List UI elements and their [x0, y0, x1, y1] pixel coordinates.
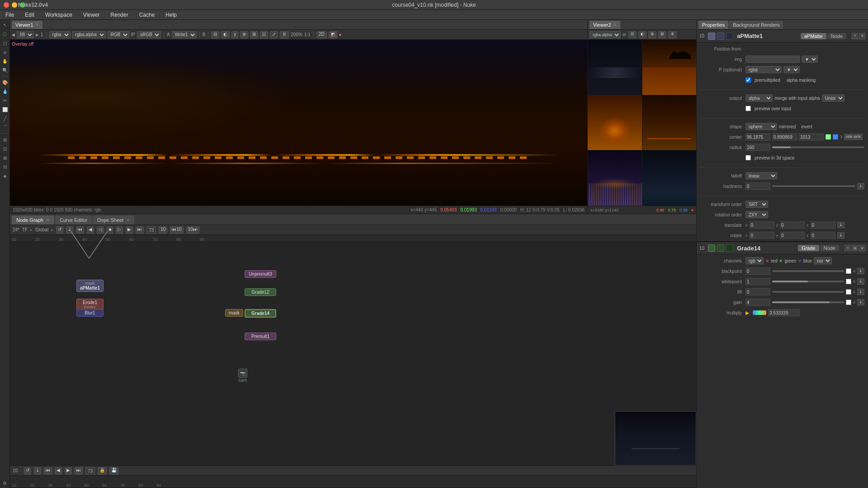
prop-close-btn[interactable]: ✕	[859, 33, 865, 39]
menu-file[interactable]: File	[4, 12, 16, 18]
hardness-slider[interactable]	[772, 185, 855, 187]
v1-rgba-alpha-select[interactable]: rgba.alpha	[72, 31, 106, 38]
tool-crop[interactable]: ⊡	[1, 145, 9, 153]
center-use-axis[interactable]: use axis	[844, 134, 863, 140]
v2-btn3[interactable]: ⊕	[648, 31, 656, 38]
node-mask2[interactable]: mask	[225, 309, 243, 317]
viewer1-close[interactable]: ✕	[35, 23, 39, 27]
menu-help[interactable]: Help	[164, 12, 179, 18]
preview3d-check[interactable]	[745, 155, 751, 160]
menu-cache[interactable]: Cache	[137, 12, 157, 18]
tool-tracks[interactable]: ◈	[1, 172, 9, 180]
rotate-y[interactable]	[780, 232, 805, 239]
tool-transform[interactable]: ⊞	[1, 136, 9, 144]
rotate-reset[interactable]: ⤓	[837, 232, 844, 239]
v1-overlay-btn[interactable]: ◩	[329, 31, 337, 38]
rotate-z[interactable]	[811, 232, 835, 239]
node-canvas[interactable]: mask aPMatte1 Erode1 Erode1 Blur1	[10, 242, 696, 460]
img-input[interactable]	[745, 56, 800, 63]
preview-check[interactable]	[745, 106, 751, 111]
premultiplied-check[interactable]	[745, 77, 751, 83]
hardness-reset[interactable]: ⤓	[857, 183, 864, 189]
tool-arrow[interactable]: ↖	[1, 21, 9, 29]
v1-fullscreen-btn[interactable]: ⤢	[270, 31, 278, 38]
v1-channel-select[interactable]: f/8	[17, 31, 34, 38]
prop-tab-apmatte[interactable]: aPMatte	[801, 33, 826, 39]
gain-reset[interactable]: ⤓	[857, 299, 864, 305]
node-apmatte1[interactable]: mask aPMatte1	[76, 280, 104, 292]
v2-thumb-6[interactable]	[642, 150, 697, 206]
grade14-help-btn[interactable]: ?	[844, 245, 851, 251]
tool-line[interactable]: ╱	[1, 114, 9, 122]
wp-reset[interactable]: ⤓	[857, 278, 864, 285]
node-premult1[interactable]: Premult1	[245, 333, 276, 340]
menu-workspace[interactable]: Workspace	[43, 12, 74, 18]
v2-btn2[interactable]: ◐	[638, 31, 646, 38]
v2-thumb-4[interactable]	[642, 95, 697, 150]
grade14-tab-node[interactable]: Node	[820, 245, 839, 251]
shape-select[interactable]: sphere	[745, 123, 777, 130]
translate-reset[interactable]: ⤓	[837, 222, 844, 228]
grade14-close-btn[interactable]: ✕	[859, 245, 865, 251]
v2-thumb-1[interactable]	[588, 40, 642, 95]
node-unpremult3[interactable]: Unpremult3	[245, 270, 276, 278]
tool-zoom-in[interactable]: 🔍	[1, 66, 9, 74]
v2-thumb-2[interactable]	[642, 40, 697, 95]
merge-select[interactable]: Union	[822, 94, 844, 102]
tl-prev10[interactable]: ⏮10	[170, 226, 183, 234]
tool-eyedrop[interactable]: 💧	[1, 87, 9, 95]
v2-tl-play[interactable]: ▶	[65, 467, 72, 474]
tool-node[interactable]: ⬡	[1, 30, 9, 38]
tab-curve-editor[interactable]: Curve Editor	[55, 216, 92, 225]
bp-reset[interactable]: ⤓	[857, 268, 864, 274]
node-icon-box[interactable]	[717, 33, 724, 40]
tool-connect[interactable]: ⌀	[1, 48, 9, 56]
v1-channels-btn[interactable]: ⊕	[240, 31, 248, 38]
menu-render[interactable]: Render	[108, 12, 130, 18]
v1-wipe-btn[interactable]: ⊟	[211, 31, 219, 38]
prop-help-btn[interactable]: ?	[852, 33, 858, 39]
channels-select[interactable]: rgb	[745, 257, 764, 264]
p-select[interactable]: rgba	[745, 66, 782, 73]
menu-edit[interactable]: Edit	[23, 12, 36, 18]
tab-dope-sheet[interactable]: Dope Sheet ✕	[93, 216, 134, 225]
tl-fwd-end[interactable]: ⏭	[136, 226, 144, 234]
v2-thumb-3[interactable]	[588, 95, 642, 150]
node-grade12[interactable]: Grade12	[245, 288, 276, 296]
minimize-button[interactable]	[12, 2, 17, 8]
tool-eraser[interactable]: ⬜	[1, 105, 9, 113]
grade14-color-box[interactable]	[708, 244, 715, 252]
translate-y[interactable]	[780, 221, 805, 229]
node-graph-tab-close[interactable]: ✕	[46, 218, 50, 222]
v2-tl-save[interactable]: 💾	[109, 467, 118, 474]
v1-rgba-select[interactable]: rgba	[49, 31, 71, 38]
v2-tl-start[interactable]: ⏮	[44, 467, 52, 474]
v1-pause-btn[interactable]: ⏸	[280, 31, 289, 38]
v1-gain-btn[interactable]: ◐	[221, 31, 230, 38]
viewer1-tab[interactable]: Viewer1 ✕	[12, 21, 42, 29]
whitepoint-slider[interactable]	[772, 281, 844, 282]
rotate-x[interactable]	[750, 232, 774, 239]
node-grade14[interactable]: Grade14	[245, 309, 276, 318]
menu-viewer[interactable]: Viewer	[81, 12, 101, 18]
img-select[interactable]: ▼	[802, 56, 818, 63]
viewer2-tab[interactable]: Viewer2 ✕	[590, 21, 620, 29]
blackpoint-slider[interactable]	[772, 270, 844, 272]
grade14-tab-grade[interactable]: Grade	[798, 245, 819, 251]
translate-z[interactable]	[811, 221, 835, 229]
viewer1-image[interactable]: Overlay off	[10, 40, 587, 206]
close-button[interactable]	[4, 2, 9, 8]
v1-write-select[interactable]: Write1	[172, 31, 197, 38]
tool-hand[interactable]: ✋	[1, 57, 9, 65]
prop-tab-node[interactable]: Node	[827, 33, 846, 39]
center-y-input[interactable]: 0.890869	[772, 133, 797, 141]
v2-tl-step[interactable]: ⤓	[34, 467, 41, 474]
node-vis-box[interactable]	[726, 33, 733, 40]
blackpoint-input[interactable]	[745, 267, 770, 275]
node-blur1[interactable]: Blur1	[76, 309, 104, 317]
radius-slider[interactable]	[772, 146, 864, 148]
lift-input[interactable]	[745, 288, 770, 296]
output-select[interactable]: alpha	[745, 94, 773, 102]
falloff-select[interactable]: linear	[745, 172, 777, 179]
multiply-input[interactable]: 3.533335	[768, 309, 800, 316]
